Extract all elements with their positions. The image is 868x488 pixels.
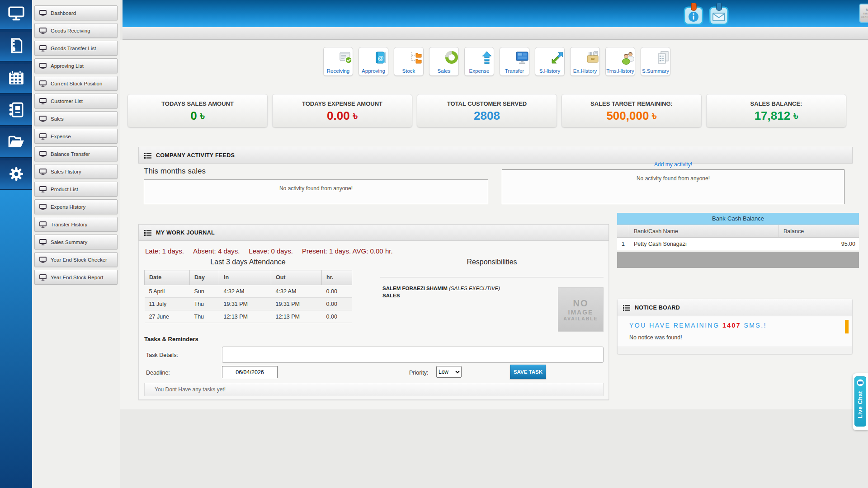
avatar-text: NO (866, 8, 868, 12)
task-details-input[interactable] (222, 347, 604, 363)
sidebar-item-label: Dashboard (51, 10, 76, 16)
add-activity-link[interactable]: Add my activity! (502, 161, 844, 168)
sidebar-item-expense[interactable]: Expense (34, 129, 118, 144)
pinned-mail-icon[interactable] (709, 3, 729, 24)
empty-feed-message: No activity found from anyone! (279, 185, 353, 192)
rail-item-zip-document[interactable] (0, 32, 32, 61)
monitor-icon (39, 274, 47, 281)
folder-icon (7, 134, 25, 151)
monitor-icon (39, 98, 47, 104)
toolbar-transfer-button[interactable]: Transfer (500, 47, 529, 76)
absent-stat: Absent: 4 days. (193, 247, 240, 255)
sidebar-item-approving-list[interactable]: Approving List (34, 58, 118, 73)
sidebar-item-year-end-stock-checker[interactable]: Year End Stock Checker (34, 252, 118, 267)
attendance-summary: Late: 1 days.Absent: 4 days.Leave: 0 day… (145, 247, 402, 255)
activity-feed-box: No activity found from anyone! (144, 179, 488, 204)
stat-card-todays-expense: TODAYS EXPENSE AMOUNT 0.00 ৳ (272, 94, 412, 127)
toolbar-label: Stock (402, 68, 415, 74)
toolbar-sales-history-button[interactable]: S.History (535, 47, 565, 76)
zip-document-icon (9, 38, 24, 56)
toolbar-sales-button[interactable]: Sales (429, 47, 459, 76)
employee-dept: SALES (382, 293, 400, 298)
leave-stat: Leave: 0 days. (249, 247, 293, 255)
rail-item-settings[interactable] (0, 160, 32, 190)
pinned-info-icon[interactable] (684, 3, 703, 24)
sidebar-item-sales-summary[interactable]: Sales Summary (34, 235, 118, 249)
sms-remaining-message: YOU HAVE REMAINING 1407 SMS.! (629, 322, 767, 329)
table-row: 1 Petty Cash Sonagazi 95.00 (617, 238, 859, 250)
toolbar-transfer-history-button[interactable]: Trns.History (605, 47, 635, 76)
stat-card-sales-balance: SALES BALANCE: 17,812 ৳ (706, 94, 846, 127)
user-avatar-no-image[interactable]: NO IMAGE AVAILABLE (859, 4, 868, 23)
stat-card-sales-target: SALES TARGET REMAINING: 500,000 ৳ (561, 94, 702, 127)
notice-board-panel: NOTICE BOARD YOU HAVE REMAINING 1407 SMS… (617, 299, 853, 354)
sidebar-item-label: Goods Receiving (51, 28, 90, 33)
stat-value: 0.00 ৳ (273, 109, 412, 123)
toolbar-label: Transfer (505, 68, 524, 74)
rail-item-monitor[interactable] (0, 0, 32, 29)
toolbar-stock-button[interactable]: Stock (394, 47, 424, 76)
sms-count: 1407 (722, 322, 741, 329)
toolbar-label: Trns.History (606, 68, 634, 74)
bank-name: Petty Cash Sonagazi (629, 238, 779, 250)
sidebar-item-sales-history[interactable]: Sales History (34, 164, 118, 179)
sidebar-item-label: Current Stock Position (51, 81, 102, 86)
col-date: Date (145, 270, 190, 285)
table-row: 11 JulyThu19:31 PM19:31 PM0.00 (145, 298, 352, 310)
calendar-icon (8, 70, 25, 88)
company-activity-panel: COMPANY ACTIVITY FEEDS This months sales… (138, 147, 853, 212)
live-chat-tab[interactable]: Live Chat (854, 376, 866, 427)
icon-rail (0, 0, 32, 488)
rail-item-calendar[interactable] (0, 64, 32, 94)
toolbar-expense-history-button[interactable]: Ex.History (570, 47, 600, 76)
sidebar-item-goods-transfer-list[interactable]: Goods Transfer List (34, 41, 118, 56)
rail-item-folder[interactable] (0, 128, 32, 158)
list-icon (144, 230, 151, 236)
rail-item-journal[interactable] (0, 96, 32, 126)
stat-title: SALES BALANCE: (707, 100, 846, 107)
sidebar-item-balance-transfer[interactable]: Balance Transfer (34, 146, 118, 161)
employee-name: SALEM FORAEZI SHAMIM (382, 286, 448, 291)
sidebar-item-label: Goods Transfer List (51, 46, 96, 51)
stat-value: 0 ৳ (128, 109, 267, 123)
toolbar-approving-button[interactable]: @ Approving (359, 47, 388, 76)
attendance-table-title: Last 3 days Attendance (144, 258, 352, 266)
sidebar-item-product-list[interactable]: Product List (34, 182, 118, 197)
save-task-button[interactable]: SAVE TASK (510, 365, 546, 379)
priority-select[interactable]: Low (436, 366, 462, 378)
panel-title: MY WORK JOURNAL (156, 230, 215, 236)
monitor-icon (39, 186, 47, 192)
toolbar-sales-summary-button[interactable]: S.Summary (641, 47, 670, 76)
sidebar-item-current-stock-position[interactable]: Current Stock Position (34, 76, 118, 91)
toolbar-expense-button[interactable]: Expense (464, 47, 494, 76)
work-journal-panel: MY WORK JOURNAL Late: 1 days.Absent: 4 d… (138, 224, 609, 400)
sidebar-item-expens-history[interactable]: Expens History (34, 199, 118, 214)
stat-title: SALES TARGET REMAINING: (562, 100, 701, 107)
col-bank-name: Bank/Cash Name (629, 225, 779, 237)
live-chat-label: Live Chat (857, 391, 863, 418)
monitor-icon (8, 6, 25, 23)
scrollbar-thumb[interactable] (845, 320, 849, 333)
sidebar-item-goods-receiving[interactable]: Goods Receiving (34, 23, 118, 38)
stat-value: 17,812 ৳ (707, 109, 846, 123)
sidebar-item-customer-list[interactable]: Customer List (34, 94, 118, 108)
monitor-icon (39, 204, 47, 210)
sidebar-item-label: Sales Summary (51, 239, 87, 245)
monitor-icon (39, 151, 47, 157)
stat-value: 500,000 ৳ (562, 109, 701, 123)
bank-cash-balance-table: Bank-Cash Balance Bank/Cash Name Balance… (617, 213, 859, 268)
sidebar-item-dashboard[interactable]: Dashboard (34, 5, 118, 20)
no-image-placeholder: NO IMAGE AVAILABLE (558, 287, 604, 332)
empty-activity-message: No activity found from anyone! (637, 175, 710, 182)
panel-header: NOTICE BOARD (618, 299, 852, 316)
sidebar-item-year-end-stock-report[interactable]: Year End Stock Report (34, 270, 118, 285)
task-details-label: Task Details: (146, 352, 178, 358)
toolbar-receiving-button[interactable]: Receiving (323, 47, 353, 76)
sidebar-item-transfer-history[interactable]: Transfer History (34, 217, 118, 232)
sidebar-item-sales[interactable]: Sales (34, 111, 118, 126)
no-notice-message: No notice was found! (629, 334, 682, 341)
table-footer-bar (617, 252, 859, 268)
deadline-input[interactable] (222, 366, 278, 378)
sidebar-item-label: Customer List (51, 99, 83, 104)
monitor-icon (39, 116, 47, 122)
